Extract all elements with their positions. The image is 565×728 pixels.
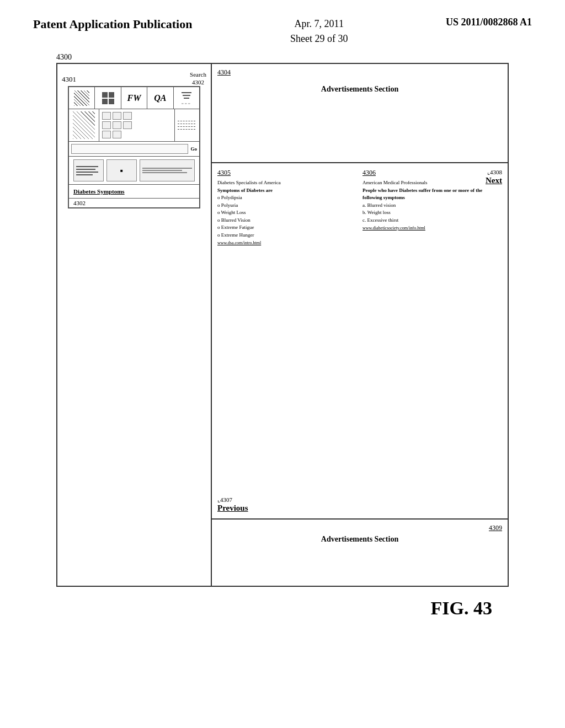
label-4305: 4305 <box>217 169 357 177</box>
filter-icon: ⎯⎯⎯ <box>174 87 199 109</box>
dashed-lines-icon <box>174 109 199 141</box>
label-4302: 4302 <box>69 199 199 207</box>
left-panel: 4301 <box>57 64 212 586</box>
large-hatched-icon <box>69 109 99 141</box>
article-left-item3: o Weight Loss <box>217 209 357 217</box>
diabetes-symptoms-area: Diabetes Symptoms <box>69 185 199 199</box>
article-right-content: American Medical Professionals People wh… <box>363 179 502 232</box>
article-right-url: www.diabeticsociety.com/info.html <box>363 225 502 232</box>
sheet-number: Sheet 29 of 30 <box>290 33 348 44</box>
list-lines-icon <box>73 159 104 181</box>
header-date-sheet: Apr. 7, 2011 Sheet 29 of 30 <box>290 17 348 46</box>
next-link: Next <box>486 176 502 185</box>
figure-label: FIG. 43 <box>56 598 509 619</box>
phone-mockup: FW QA ⎯⎯⎯ <box>68 86 200 208</box>
adv-section-top: 4304 Advertisements Section <box>212 64 508 163</box>
hatched-icon <box>69 87 95 109</box>
article-right-bold: People who have Diabetes suffer from one… <box>363 187 502 202</box>
go-button: Go <box>190 146 197 152</box>
adv-section-title-top: Advertisements Section <box>220 83 499 95</box>
article-left-source: Diabetes Specialists of America <box>217 179 357 187</box>
toolbar-row: FW QA ⎯⎯⎯ <box>69 87 199 109</box>
search-4303-label: Search 4302 <box>190 71 206 87</box>
prev-nav: ⌞4307 Previous <box>217 496 248 513</box>
article-right: 4306 American Medical Professionals Peop… <box>363 169 502 513</box>
article-left-item6: o Extreme Hunger <box>217 232 357 239</box>
publication-title: Patent Application Publication <box>33 17 192 33</box>
search-row: Go <box>69 142 199 157</box>
label-4306: 4306 <box>363 169 502 177</box>
publication-date: Apr. 7, 2011 <box>295 18 344 29</box>
num-4303: 4302 <box>190 78 206 86</box>
icon-blocks-row: ■ <box>69 157 199 185</box>
adv-section-bottom: 4309 Advertisements Section <box>212 520 508 586</box>
article-left-item4: o Blurred Vision <box>217 217 357 224</box>
article-left: 4305 Diabetes Specialists of America Sym… <box>217 169 357 513</box>
qa-icon: QA <box>147 87 173 109</box>
right-panel: 4304 Advertisements Section 4305 Diabete… <box>212 64 508 586</box>
article-left-item1: o Polydipsia <box>217 194 357 202</box>
num-4302: 4302 <box>73 200 86 206</box>
text-lines-icon <box>140 159 195 181</box>
article-right-item3: c. Excessive thirst <box>363 217 502 224</box>
search-text: Search <box>190 71 206 78</box>
previous-link: Previous <box>217 504 248 513</box>
article-left-item2: o Polyuria <box>217 202 357 210</box>
label-4309: 4309 <box>489 524 502 532</box>
map-icon: ■ <box>106 159 137 181</box>
label-4304: 4304 <box>217 68 231 77</box>
article-right-item1: a. Blurred vision <box>363 202 502 210</box>
adv-section-title-bottom: Advertisements Section <box>220 533 499 545</box>
article-left-content: Diabetes Specialists of America Symptoms… <box>217 179 357 247</box>
grid-2x2-icon <box>95 87 121 109</box>
article-left-url: www.dsa.com/intro.html <box>217 240 357 247</box>
label-4300: 4300 <box>56 53 72 62</box>
main-content: 4300 4301 <box>0 52 565 630</box>
search-input-mockup <box>71 144 188 154</box>
patent-number: US 2011/0082868 A1 <box>446 17 532 28</box>
outer-box: 4301 <box>56 63 509 587</box>
article-right-source: American Medical Professionals <box>363 179 502 187</box>
article-left-bold: Symptoms of Diabetes are <box>217 187 357 195</box>
label-4301: 4301 <box>62 75 76 84</box>
article-right-item2: b. Weight loss <box>363 209 502 217</box>
label-4308: ⌞4308 <box>486 169 502 176</box>
next-nav: ⌞4308 Next <box>486 169 502 185</box>
small-grid-icon <box>99 109 174 141</box>
label-4307: ⌞4307 <box>217 496 248 504</box>
article-left-item5: o Extreme Fatigue <box>217 224 357 232</box>
diabetes-symptoms-label: Diabetes Symptoms <box>73 188 195 195</box>
fw-icon: FW <box>121 87 147 109</box>
content-row: 4305 Diabetes Specialists of America Sym… <box>212 163 508 520</box>
header: Patent Application Publication Apr. 7, 2… <box>0 0 565 52</box>
